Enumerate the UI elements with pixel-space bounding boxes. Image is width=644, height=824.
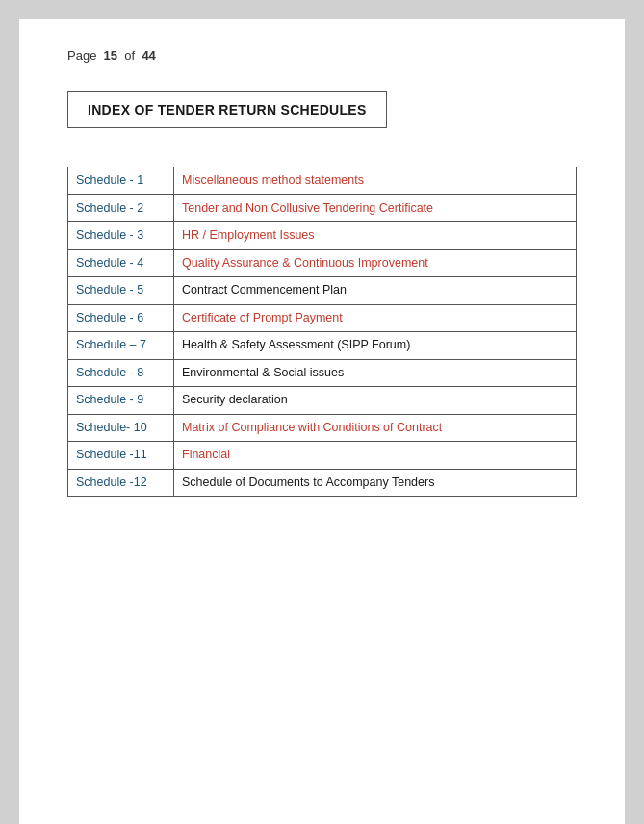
schedule-label: Schedule - 8 [68, 359, 174, 387]
document-page: Page 15 of 44 INDEX OF TENDER RETURN SCH… [19, 19, 625, 824]
page-number: Page 15 of 44 [67, 48, 577, 63]
table-row: Schedule – 7Health & Safety Assessment (… [68, 332, 577, 360]
page-of-text: of [124, 48, 135, 63]
schedule-label: Schedule -12 [68, 469, 174, 497]
schedule-description: Health & Safety Assessment (SIPP Forum) [174, 332, 577, 360]
schedule-label: Schedule - 6 [68, 304, 174, 332]
table-row: Schedule - 2Tender and Non Collusive Ten… [68, 194, 577, 222]
table-row: Schedule - 6Certificate of Prompt Paymen… [68, 304, 577, 332]
schedule-description: Tender and Non Collusive Tendering Certi… [174, 194, 577, 222]
schedule-label: Schedule - 4 [68, 249, 174, 277]
schedule-description: Contract Commencement Plan [174, 277, 577, 305]
page-title: INDEX OF TENDER RETURN SCHEDULES [88, 102, 367, 117]
table-row: Schedule - 8Environmental & Social issue… [68, 359, 577, 387]
table-row: Schedule -12Schedule of Documents to Acc… [68, 469, 577, 497]
schedule-table: Schedule - 1Miscellaneous method stateme… [67, 167, 577, 497]
schedule-description: Quality Assurance & Continuous Improveme… [174, 249, 577, 277]
schedule-description: Financial [174, 442, 577, 470]
schedule-description: Matrix of Compliance with Conditions of … [174, 414, 577, 442]
table-row: Schedule- 10Matrix of Compliance with Co… [68, 414, 577, 442]
table-row: Schedule -11Financial [68, 442, 577, 470]
schedule-description: HR / Employment Issues [174, 222, 577, 250]
schedule-label: Schedule - 2 [68, 194, 174, 222]
schedule-label: Schedule - 3 [68, 222, 174, 250]
schedule-description: Environmental & Social issues [174, 359, 577, 387]
schedule-label: Schedule- 10 [68, 414, 174, 442]
schedule-description: Schedule of Documents to Accompany Tende… [174, 469, 577, 497]
table-row: Schedule - 1Miscellaneous method stateme… [68, 167, 577, 195]
schedule-label: Schedule - 1 [68, 167, 174, 195]
table-row: Schedule - 5Contract Commencement Plan [68, 277, 577, 305]
schedule-label: Schedule – 7 [68, 332, 174, 360]
table-row: Schedule - 9Security declaration [68, 387, 577, 415]
title-box: INDEX OF TENDER RETURN SCHEDULES [67, 91, 387, 128]
page-label-text: Page [67, 48, 96, 63]
schedule-label: Schedule -11 [68, 442, 174, 470]
page-current: 15 [104, 48, 117, 63]
schedule-description: Certificate of Prompt Payment [174, 304, 577, 332]
page-total: 44 [142, 48, 155, 63]
schedule-description: Miscellaneous method statements [174, 167, 577, 195]
table-row: Schedule - 4Quality Assurance & Continuo… [68, 249, 577, 277]
schedule-label: Schedule - 9 [68, 387, 174, 415]
schedule-label: Schedule - 5 [68, 277, 174, 305]
table-row: Schedule - 3HR / Employment Issues [68, 222, 577, 250]
schedule-description: Security declaration [174, 387, 577, 415]
